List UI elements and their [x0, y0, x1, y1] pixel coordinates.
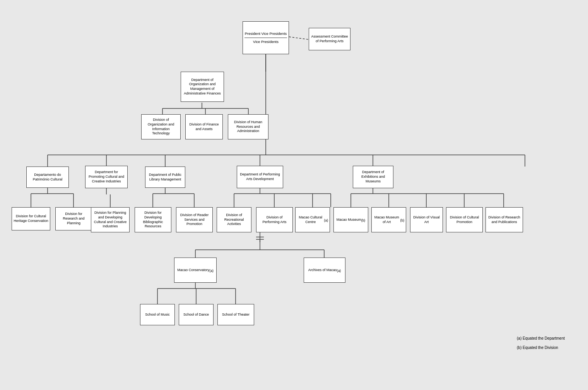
president-box: President Vice Presidents Vice President… — [243, 21, 289, 54]
dept-performing-arts-label: Department of Performing Arts Developmen… — [239, 172, 281, 181]
dept-org-box: Department of Organization and Managemen… — [181, 72, 224, 102]
school-theater-label: School of Theater — [222, 313, 250, 317]
dept-cultural-creative-box: Department for Promoting Cultural and Cr… — [85, 166, 128, 188]
div-cultural-heritage-box: Division for Cultural Heritage Conservat… — [12, 207, 50, 230]
legend-b: (b) Equated the Division — [517, 344, 565, 351]
dept-patrimonio-box: Departamento do Património Cultural — [26, 167, 69, 188]
div-reader-label: Division of Reader Services and Promotio… — [178, 213, 211, 227]
archives-macao-box: Archives of Macao (a) — [304, 258, 345, 283]
div-recreational-label: Division of Recreational Activities — [219, 213, 250, 227]
dept-exhibitions-box: Department of Exhibitions and Museums — [353, 166, 393, 188]
macao-conservatory-box: Macao Conservatory (a) — [174, 258, 217, 283]
school-music-label: School of Music — [145, 313, 170, 317]
vp-label: Vice Presidents — [244, 40, 287, 44]
div-recreational-box: Division of Recreational Activities — [217, 207, 251, 232]
div-cultural-heritage-label: Division for Cultural Heritage Conservat… — [14, 214, 48, 223]
div-planning-cultural-box: Division for Planning and Developing Cul… — [91, 207, 130, 232]
dept-cultural-creative-label: Department for Promoting Cultural and Cr… — [87, 170, 126, 184]
macao-cultural-centre-label: Macao Cultural Centre — [297, 215, 324, 224]
div-research-planning-label: Division for Research and Planning — [57, 212, 90, 225]
svg-line-0 — [289, 37, 309, 40]
div-org-info-box: Division of Organization and Information… — [141, 114, 181, 139]
macao-conservatory-label: Macao Conservatory — [177, 268, 209, 273]
div-visual-art-label: Division of Visual Art — [412, 215, 441, 224]
div-performing-box: Division of Performing Arts — [256, 207, 293, 232]
div-cultural-promotion-label: Division of Cultural Promotion — [448, 215, 481, 224]
dept-patrimonio-label: Departamento do Património Cultural — [28, 173, 67, 182]
macao-museum-art-box: Macao Museum of Art (b) — [371, 207, 406, 232]
macao-museum-box: Macao Museum (b) — [333, 207, 368, 232]
dept-performing-arts-box: Department of Performing Arts Developmen… — [237, 166, 283, 188]
connector-lines — [0, 0, 588, 390]
school-dance-box: School of Dance — [179, 304, 214, 325]
div-org-info-label: Division of Organization and Information… — [143, 118, 179, 136]
div-reader-box: Division of Reader Services and Promotio… — [176, 207, 213, 232]
dept-org-label: Department of Organization and Managemen… — [183, 78, 222, 96]
legend-a: (a) Equated the Department — [517, 335, 565, 342]
org-chart: President Vice Presidents Vice President… — [0, 0, 588, 390]
school-theater-box: School of Theater — [217, 304, 254, 325]
dept-library-box: Department of Public Library Management — [145, 167, 185, 188]
div-planning-cultural-label: Division for Planning and Developing Cul… — [93, 211, 128, 229]
div-bibliographic-box: Division for Developing Bibliographic Re… — [135, 207, 171, 232]
legend: (a) Equated the Department (b) Equated t… — [517, 335, 565, 351]
assessment-box: Assessment Committee of Performing Arts — [309, 28, 350, 50]
school-music-box: School of Music — [140, 304, 175, 325]
div-visual-art-box: Division of Visual Art — [410, 207, 443, 232]
dept-library-label: Department of Public Library Management — [147, 173, 183, 182]
div-bibliographic-label: Division for Developing Bibliographic Re… — [137, 211, 169, 229]
div-finance-box: Division of Finance and Assets — [185, 114, 223, 139]
div-hr-label: Division of Human Resources and Administ… — [230, 120, 267, 134]
macao-museum-label: Macao Museum — [337, 218, 361, 222]
div-finance-label: Division of Finance and Assets — [187, 122, 221, 131]
macao-museum-art-label: Macao Museum of Art — [373, 215, 400, 224]
div-research-pub-box: Division of Research and Publications — [485, 207, 523, 232]
div-research-planning-box: Division for Research and Planning — [55, 207, 92, 230]
div-cultural-promotion-box: Division of Cultural Promotion — [446, 207, 483, 232]
president-label: President Vice Presidents — [244, 31, 287, 38]
div-research-pub-label: Division of Research and Publications — [487, 215, 521, 224]
archives-macao-label: Archives of Macao — [308, 268, 337, 273]
dept-exhibitions-label: Department of Exhibitions and Museums — [355, 170, 391, 184]
macao-cultural-centre-box: Macao Cultural Centre (a) — [295, 207, 330, 232]
school-dance-label: School of Dance — [183, 313, 209, 317]
assessment-label: Assessment Committee of Performing Arts — [311, 34, 349, 43]
div-performing-label: Division of Performing Arts — [258, 215, 291, 224]
div-hr-box: Division of Human Resources and Administ… — [228, 114, 268, 139]
